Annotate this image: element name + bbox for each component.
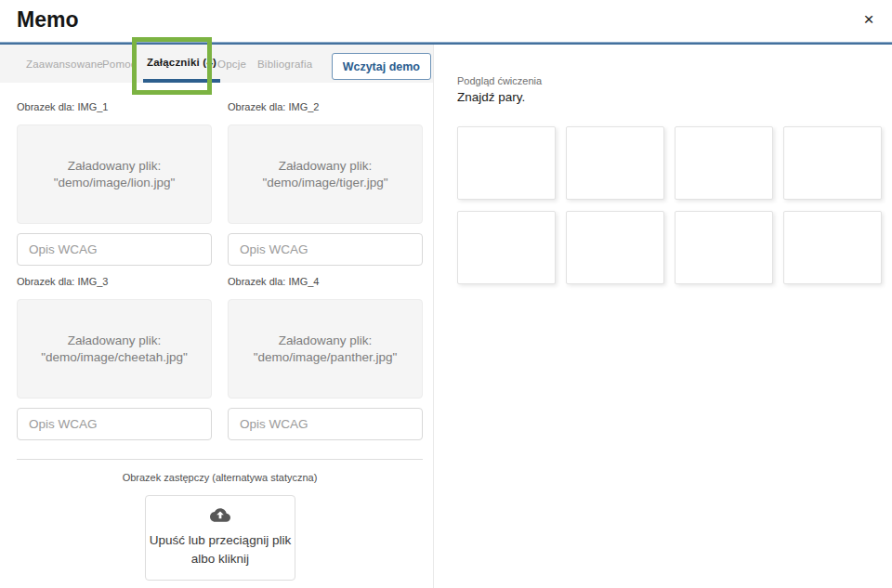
tab-pomoc[interactable]: Pomoc: [102, 45, 137, 83]
preview-card[interactable]: [566, 126, 664, 200]
attachment-item: Obrazek dla: IMG_1 Załadowany plik: "dem…: [17, 101, 212, 266]
attachment-label: Obrazek dla: IMG_1: [17, 101, 212, 113]
cloud-upload-icon: [210, 508, 230, 526]
loaded-file-box[interactable]: Załadowany plik: "demo/image/lion.jpg": [17, 124, 212, 224]
attachments-pane: Zaawansowane Pomoc Załączniki (4) Opcje …: [0, 45, 434, 588]
wcag-description-input[interactable]: [228, 408, 423, 440]
preview-card-grid: [457, 126, 892, 284]
tab-opcje[interactable]: Opcje: [217, 45, 246, 83]
attachment-label: Obrazek dla: IMG_2: [228, 101, 423, 113]
attachment-label: Obrazek dla: IMG_3: [17, 276, 212, 288]
preview-card[interactable]: [675, 211, 773, 284]
tab-zaawansowane[interactable]: Zaawansowane: [26, 45, 103, 83]
preview-card[interactable]: [457, 211, 556, 284]
close-icon[interactable]: ×: [858, 8, 880, 31]
wcag-description-input[interactable]: [17, 233, 212, 266]
tab-bar: Zaawansowane Pomoc Załączniki (4) Opcje …: [0, 45, 433, 83]
preview-card[interactable]: [783, 211, 882, 284]
wcag-description-input[interactable]: [228, 233, 423, 266]
loaded-file-line1: Załadowany plik:: [279, 158, 373, 175]
load-demo-button[interactable]: Wczytaj demo: [332, 53, 431, 80]
fallback-image-label: Obrazek zastępczy (alternatywa statyczna…: [0, 472, 439, 483]
tab-zalaczniki[interactable]: Załączniki (4): [143, 45, 220, 83]
loaded-file-box[interactable]: Załadowany plik: "demo/image/cheetah.jpg…: [17, 299, 212, 399]
file-dropzone[interactable]: Upuść lub przeciągnij plik albo kliknij: [145, 495, 295, 581]
loaded-file-line2: "demo/image/cheetah.jpg": [41, 349, 187, 366]
loaded-file-line1: Załadowany plik:: [68, 333, 162, 349]
loaded-file-box[interactable]: Załadowany plik: "demo/image/tiger.jpg": [228, 124, 423, 224]
wcag-description-input[interactable]: [17, 408, 212, 440]
tab-bibliografia[interactable]: Bibliografia: [257, 45, 312, 83]
preview-pane: Podgląd ćwiczenia Znajdź pary.: [434, 45, 892, 588]
loaded-file-line2: "demo/image/lion.jpg": [54, 175, 175, 191]
preview-card[interactable]: [566, 211, 664, 284]
dropzone-line1: Upuść lub przeciągnij plik: [150, 531, 291, 550]
loaded-file-line2: "demo/image/panther.jpg": [254, 349, 397, 366]
loaded-file-box[interactable]: Załadowany plik: "demo/image/panther.jpg…: [228, 299, 423, 399]
section-divider: [17, 459, 423, 460]
page-title: Memo: [17, 7, 78, 33]
preview-card[interactable]: [783, 126, 882, 200]
preview-card[interactable]: [675, 126, 773, 200]
attachment-item: Obrazek dla: IMG_4 Załadowany plik: "dem…: [228, 276, 423, 440]
modal-header: Memo ×: [0, 0, 892, 42]
attachment-label: Obrazek dla: IMG_4: [228, 276, 423, 288]
preview-card[interactable]: [457, 126, 556, 200]
loaded-file-line2: "demo/image/tiger.jpg": [263, 175, 388, 191]
attachment-grid: Obrazek dla: IMG_1 Załadowany plik: "dem…: [17, 101, 433, 440]
attachment-item: Obrazek dla: IMG_3 Załadowany plik: "dem…: [17, 276, 212, 440]
preview-label: Podgląd ćwiczenia: [457, 75, 892, 86]
memo-modal: Memo × Zaawansowane Pomoc Załączniki (4)…: [0, 0, 892, 588]
loaded-file-line1: Załadowany plik:: [279, 333, 373, 349]
dropzone-line2: albo kliknij: [150, 550, 291, 568]
loaded-file-line1: Załadowany plik:: [68, 158, 162, 175]
attachment-item: Obrazek dla: IMG_2 Załadowany plik: "dem…: [228, 101, 423, 266]
exercise-title: Znajdź pary.: [457, 90, 892, 104]
